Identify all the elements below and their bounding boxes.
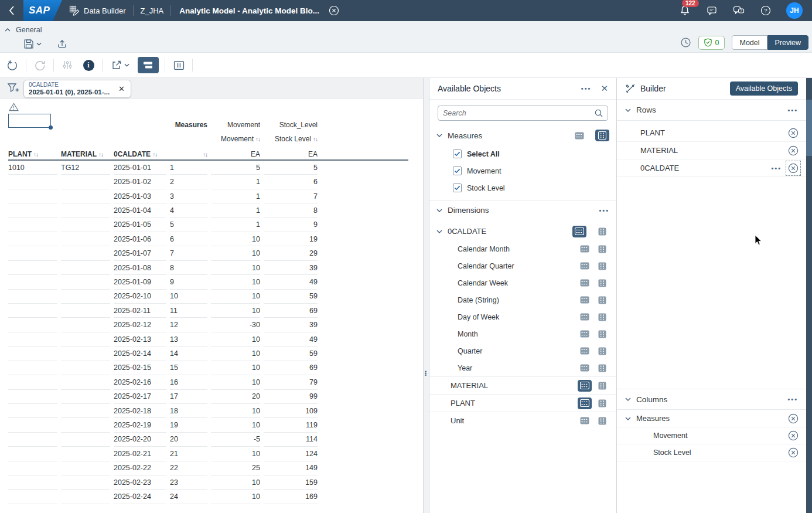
remove-button[interactable] (787, 145, 799, 157)
stock-level-cell[interactable]: 5 (264, 161, 318, 175)
key-cell[interactable]: 1 (170, 161, 207, 175)
movement-cell[interactable]: -5 (211, 433, 260, 447)
plant-cell[interactable] (8, 332, 57, 346)
stock-level-cell[interactable]: 159 (264, 475, 318, 490)
checkbox[interactable] (453, 184, 462, 192)
columns-target-icon[interactable] (595, 398, 609, 409)
stock-level-cell[interactable]: 124 (264, 447, 318, 461)
plant-column-header[interactable]: PLANT↑↓ (8, 150, 57, 158)
dimension-row[interactable]: PLANT (429, 394, 616, 412)
stock-level-cell[interactable]: 9 (264, 218, 318, 232)
caldate-cell[interactable]: 2025-02-13 (114, 332, 166, 346)
overflow-icon[interactable]: ••• (787, 396, 798, 403)
key-cell[interactable]: 3 (170, 189, 207, 203)
movement-cell[interactable]: 10 (211, 290, 260, 304)
filter-chip-close[interactable]: ✕ (115, 84, 126, 93)
builder-row-item[interactable]: MATERIAL ••• (617, 142, 806, 159)
key-cell[interactable]: 18 (170, 404, 207, 418)
dimension-attribute-row[interactable]: Quarter (429, 342, 616, 359)
rows-target-icon[interactable] (572, 130, 586, 141)
plant-cell[interactable] (8, 175, 57, 189)
caldate-cell[interactable]: 2025-01-01 (114, 161, 166, 175)
columns-target-icon[interactable] (595, 380, 609, 392)
caldate-cell[interactable]: 2025-02-21 (114, 447, 166, 461)
measure-column-header[interactable]: Movement (211, 121, 260, 129)
rows-target-icon[interactable] (578, 260, 592, 272)
rows-target-icon[interactable] (578, 294, 592, 306)
caldate-cell[interactable]: 2025-01-03 (114, 189, 166, 203)
validation-badge[interactable]: 0 (698, 36, 725, 50)
help-button[interactable]: ? (759, 4, 772, 17)
plant-cell[interactable] (8, 475, 57, 490)
movement-cell[interactable]: 10 (211, 361, 260, 375)
plant-cell[interactable] (8, 346, 57, 361)
columns-target-icon[interactable] (595, 415, 609, 427)
material-cell[interactable] (61, 433, 110, 447)
plant-cell[interactable] (8, 390, 57, 404)
dimension-attribute-row[interactable]: Calendar Month (429, 240, 616, 257)
refresh-button[interactable] (32, 57, 47, 73)
vertical-scrollbar[interactable] (806, 78, 812, 513)
info-button[interactable]: i (81, 57, 96, 73)
builder-column-item[interactable]: Stock Level (617, 444, 806, 461)
plant-cell[interactable] (8, 218, 57, 232)
caldate-cell[interactable]: 2025-02-20 (114, 433, 166, 447)
stock-level-cell[interactable]: 59 (264, 290, 318, 304)
material-cell[interactable] (61, 332, 110, 346)
stock-level-cell[interactable]: 29 (264, 246, 318, 260)
stock-level-cell[interactable]: 39 (264, 261, 318, 275)
rows-target-icon[interactable] (578, 380, 592, 392)
key-cell[interactable]: 9 (170, 275, 207, 289)
stock-level-cell[interactable]: 69 (264, 361, 318, 375)
caldate-cell[interactable]: 2025-01-05 (114, 218, 166, 232)
plant-cell[interactable]: 1010 (8, 161, 57, 175)
rows-target-icon[interactable] (578, 328, 592, 340)
material-cell[interactable] (61, 318, 110, 332)
remove-button[interactable] (787, 430, 799, 441)
movement-cell[interactable]: 10 (211, 490, 260, 504)
close-panel-button[interactable]: ✕ (601, 83, 608, 94)
key-cell[interactable]: 20 (170, 433, 207, 447)
key-cell[interactable]: 4 (170, 203, 207, 218)
panel-resize-handle[interactable]: ••• (425, 371, 427, 376)
plant-cell[interactable] (8, 461, 57, 475)
preview-tab[interactable]: Preview (767, 35, 808, 50)
key-cell[interactable]: 2 (170, 175, 207, 189)
measure-sort-header[interactable]: Movement↑↓ (211, 135, 260, 143)
material-cell[interactable] (61, 175, 110, 189)
key-cell[interactable]: 16 (170, 375, 207, 389)
movement-cell[interactable]: 10 (211, 304, 260, 318)
caldate-cell[interactable]: 2025-01-04 (114, 203, 166, 218)
chevron-down-icon[interactable] (436, 134, 442, 137)
dimension-row[interactable]: Unit (429, 412, 616, 429)
caldate-cell[interactable]: 2025-02-22 (114, 461, 166, 475)
material-cell[interactable] (61, 404, 110, 418)
plant-cell[interactable] (8, 404, 57, 418)
stock-level-cell[interactable]: 59 (264, 346, 318, 361)
deploy-button[interactable] (57, 39, 67, 49)
outline-view-toggle[interactable] (138, 57, 159, 73)
measures-group-row[interactable]: Measures (617, 410, 806, 427)
stock-level-cell[interactable]: 79 (264, 375, 318, 389)
columns-target-icon[interactable] (595, 311, 609, 323)
dimension-attribute-row[interactable]: Month (429, 325, 616, 342)
stock-level-cell[interactable]: 19 (264, 232, 318, 246)
caldate-cell[interactable]: 2025-02-23 (114, 475, 166, 490)
overflow-icon[interactable]: ••• (599, 207, 609, 214)
material-column-header[interactable]: MATERIAL↑↓ (61, 150, 110, 158)
stock-level-cell[interactable]: 119 (264, 418, 318, 432)
scrollbar-thumb[interactable] (806, 100, 812, 156)
stock-level-cell[interactable]: 39 (264, 318, 318, 332)
plant-cell[interactable] (8, 318, 57, 332)
stock-level-cell[interactable]: 49 (264, 275, 318, 289)
movement-cell[interactable]: 10 (211, 261, 260, 275)
movement-cell[interactable]: -30 (211, 318, 260, 332)
material-cell[interactable] (61, 361, 110, 375)
rows-target-icon[interactable] (578, 415, 592, 427)
stock-level-cell[interactable]: 109 (264, 404, 318, 418)
remove-button[interactable] (787, 127, 799, 139)
assistant-button[interactable]: ? (732, 4, 745, 17)
plant-cell[interactable] (8, 361, 57, 375)
rows-target-icon[interactable] (578, 311, 592, 323)
dimension-attribute-row[interactable]: Calendar Quarter (429, 257, 616, 274)
